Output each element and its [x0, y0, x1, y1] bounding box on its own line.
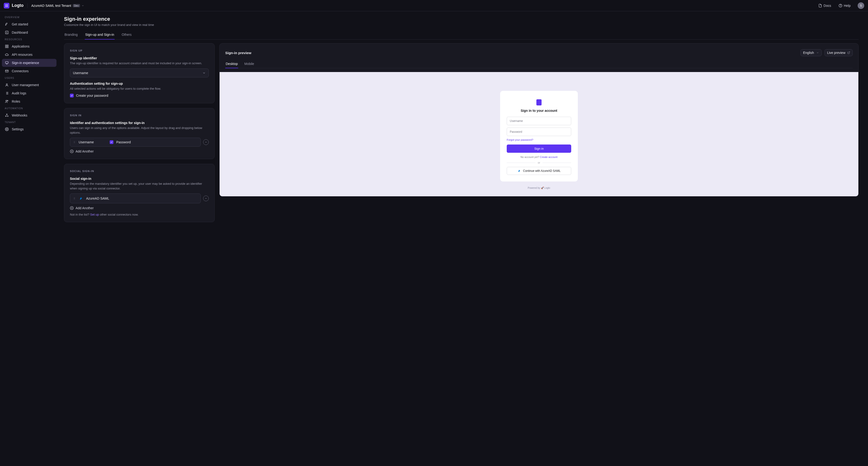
tenant-env-badge: Dev: [73, 4, 80, 7]
svg-point-10: [6, 100, 7, 101]
sidebar-item-label: Settings: [12, 127, 24, 131]
sidebar-section-overview: Overview: [2, 14, 57, 20]
preview-forgot-link[interactable]: Forgot your password?: [507, 138, 571, 141]
tab-signup-signin[interactable]: Sign-up and Sign-in: [85, 30, 115, 39]
svg-rect-5: [5, 46, 7, 48]
signin-card: SIGN IN Identifier and authentication se…: [64, 108, 215, 159]
sidebar-item-dashboard[interactable]: Dashboard: [2, 29, 57, 36]
preview-login-card: Sign in to your account Username Passwor…: [500, 91, 578, 182]
sidebar-item-label: Sign-in experience: [12, 61, 39, 65]
drag-handle-icon[interactable]: [73, 141, 76, 144]
sidebar-item-label: Connectors: [12, 69, 29, 73]
preview-canvas: Sign in to your account Username Passwor…: [220, 72, 858, 196]
sidebar-item-audit-logs[interactable]: Audit logs: [2, 89, 57, 97]
svg-point-16: [74, 141, 74, 142]
social-footnote: Not in the list? Set up other social con…: [70, 213, 209, 216]
brand-name: Logto: [12, 3, 24, 8]
preview-tab-desktop[interactable]: Desktop: [225, 60, 238, 68]
docs-link[interactable]: Docs: [816, 3, 833, 8]
svg-point-11: [7, 100, 8, 101]
preview-create-account-link[interactable]: Create account: [540, 156, 558, 158]
preview-password-input[interactable]: Password: [507, 128, 571, 136]
sidebar-item-api-resources[interactable]: API resources: [2, 51, 57, 59]
sidebar-item-webhooks[interactable]: Webhooks: [2, 111, 57, 119]
sidebar-item-label: Get started: [12, 22, 28, 26]
drag-handle-icon[interactable]: [73, 197, 76, 200]
page-title: Sign-in experience: [64, 16, 859, 22]
add-signin-method-button[interactable]: Add Another: [70, 150, 209, 153]
svg-point-19: [74, 142, 75, 143]
preview-device-tabs: Desktop Mobile: [225, 60, 853, 68]
or-label: or: [538, 161, 540, 164]
external-link-icon: [847, 51, 850, 54]
signin-settings-title: Identifier and authentication settings f…: [70, 121, 209, 125]
no-account-prefix: No account yet?: [520, 156, 540, 158]
setup-connectors-link[interactable]: Set up: [90, 213, 99, 216]
sidebar-section-automation: Automation: [2, 106, 57, 111]
auth-setting-desc: All selected actions will be obligatory …: [70, 86, 209, 91]
tab-others[interactable]: Others: [121, 30, 132, 39]
sidebar-item-user-management[interactable]: User management: [2, 81, 57, 89]
sidebar-item-roles[interactable]: Roles: [2, 97, 57, 105]
content-area: Sign-in experience Customize the sign in…: [58, 11, 868, 466]
chart-icon: [5, 30, 9, 35]
sidebar-item-label: User management: [12, 83, 39, 87]
sidebar-item-get-started[interactable]: Get started: [2, 20, 57, 28]
signup-card: SIGN UP Sign-up identifier The sign-up i…: [64, 43, 215, 103]
live-preview-label: Live preview: [827, 51, 845, 55]
svg-point-9: [6, 84, 7, 85]
chevron-down-icon: [82, 4, 84, 7]
svg-point-21: [74, 143, 75, 143]
live-preview-button[interactable]: Live preview: [825, 49, 853, 56]
user-avatar[interactable]: S: [858, 2, 864, 9]
signup-identifier-select[interactable]: Username: [70, 68, 209, 77]
create-password-row[interactable]: Create your password: [70, 94, 209, 97]
help-icon: [839, 4, 842, 7]
add-social-connector-button[interactable]: Add Another: [70, 206, 209, 210]
sidebar-item-sign-in-experience[interactable]: Sign-in experience: [2, 59, 57, 67]
signin-factor-label: Password: [116, 140, 131, 144]
footnote-suffix: other social connectors now.: [99, 213, 138, 216]
gear-icon: [5, 127, 9, 131]
signin-method-row[interactable]: Username Password: [70, 138, 201, 147]
add-signin-label: Add Another: [75, 150, 94, 153]
sidebar-item-connectors[interactable]: Connectors: [2, 67, 57, 75]
preview-logo-icon: [536, 99, 541, 105]
social-connector-row[interactable]: AzureAD SAML: [70, 193, 201, 203]
tab-branding[interactable]: Branding: [64, 30, 78, 39]
svg-rect-6: [7, 46, 8, 48]
preview-username-input[interactable]: Username: [507, 117, 571, 125]
preview-powered-by: Powered by 🚀 Logto: [528, 187, 550, 189]
preview-no-account: No account yet? Create account: [507, 156, 571, 158]
create-password-checkbox[interactable]: [70, 94, 74, 97]
signup-identifier-title: Sign-up identifier: [70, 56, 209, 60]
user-icon: [5, 83, 9, 87]
preview-oauth-label: Continue with AzureAD SAML: [523, 169, 560, 173]
page-tabs: Branding Sign-up and Sign-in Others: [64, 30, 859, 39]
preview-oauth-button[interactable]: Continue with AzureAD SAML: [507, 167, 571, 175]
sidebar-section-tenant: Tenant: [2, 120, 57, 125]
sidebar-item-applications[interactable]: Applications: [2, 42, 57, 50]
svg-point-27: [74, 197, 75, 198]
document-icon: [818, 4, 822, 7]
signup-section-title: SIGN UP: [70, 49, 209, 52]
chevron-down-icon: [816, 51, 819, 54]
plus-circle-icon: [70, 206, 74, 210]
tenant-name: AzureAD SAML test Tenant: [31, 4, 71, 7]
sidebar: Overview Get started Dashboard Resources…: [0, 11, 58, 466]
signin-factor-checkbox[interactable]: [110, 140, 114, 144]
brand-logo[interactable]: Logto: [4, 3, 24, 8]
preview-tab-mobile[interactable]: Mobile: [244, 60, 254, 68]
help-link[interactable]: Help: [837, 3, 852, 8]
preview-language-select[interactable]: English: [801, 49, 822, 56]
remove-social-connector-button[interactable]: [203, 195, 209, 201]
remove-signin-method-button[interactable]: [203, 139, 209, 145]
signup-identifier-desc: The sign-up identifier is required for a…: [70, 61, 209, 66]
create-password-label: Create your password: [76, 94, 108, 97]
social-connector-name: AzureAD SAML: [86, 196, 109, 200]
sidebar-item-label: Audit logs: [12, 91, 26, 95]
preview-signin-button[interactable]: Sign in: [507, 145, 571, 153]
sidebar-item-settings[interactable]: Settings: [2, 125, 57, 133]
mail-icon: [5, 69, 9, 73]
tenant-switcher[interactable]: AzureAD SAML test Tenant Dev: [31, 4, 84, 7]
